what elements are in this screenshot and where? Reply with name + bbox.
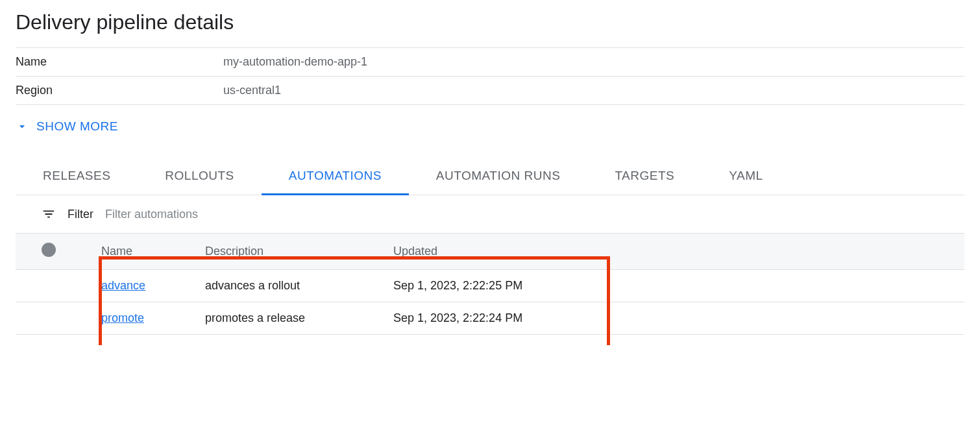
cell-name: advance [93,270,197,302]
filter-input[interactable] [105,208,365,221]
tab-rollouts[interactable]: ROLLOUTS [138,160,261,195]
detail-value: us-central1 [223,84,281,97]
filter-bar: Filter [16,195,964,233]
details-section: Name my-automation-demo-app-1 Region us-… [16,47,964,105]
col-header-status [16,234,93,270]
tab-releases[interactable]: RELEASES [16,160,138,195]
detail-label: Name [16,55,223,69]
col-header-updated[interactable]: Updated [386,234,964,270]
tab-yaml[interactable]: YAML [702,160,790,195]
cell-status [16,270,93,302]
automation-link[interactable]: advance [101,279,145,292]
table-row: promote promotes a release Sep 1, 2023, … [16,302,964,335]
show-more-button[interactable]: SHOW MORE [16,119,118,134]
automation-link[interactable]: promote [101,311,144,324]
tab-automations[interactable]: AUTOMATIONS [262,160,409,195]
tab-automation-runs[interactable]: AUTOMATION RUNS [409,160,588,195]
detail-row-name: Name my-automation-demo-app-1 [16,47,964,77]
cell-updated: Sep 1, 2023, 2:22:24 PM [386,302,964,335]
show-more-label: SHOW MORE [36,119,118,134]
cell-description: advances a rollout [197,270,386,302]
col-header-name[interactable]: Name [93,234,197,270]
status-dot-icon [42,243,56,257]
filter-icon [42,207,56,221]
cell-updated: Sep 1, 2023, 2:22:25 PM [386,270,964,302]
cell-description: promotes a release [197,302,386,335]
tabs: RELEASES ROLLOUTS AUTOMATIONS AUTOMATION… [16,160,964,195]
col-header-description[interactable]: Description [197,234,386,270]
detail-value: my-automation-demo-app-1 [223,55,367,69]
table-row: advance advances a rollout Sep 1, 2023, … [16,270,964,302]
detail-label: Region [16,84,223,97]
page-title: Delivery pipeline details [16,10,964,34]
chevron-down-icon [16,120,29,133]
detail-row-region: Region us-central1 [16,77,964,105]
filter-label: Filter [67,208,93,221]
table-header-row: Name Description Updated [16,234,964,270]
table-wrap: Name Description Updated advance advance… [16,233,964,335]
cell-name: promote [93,302,197,335]
cell-status [16,302,93,335]
tab-targets[interactable]: TARGETS [587,160,702,195]
automations-table: Name Description Updated advance advance… [16,233,964,335]
